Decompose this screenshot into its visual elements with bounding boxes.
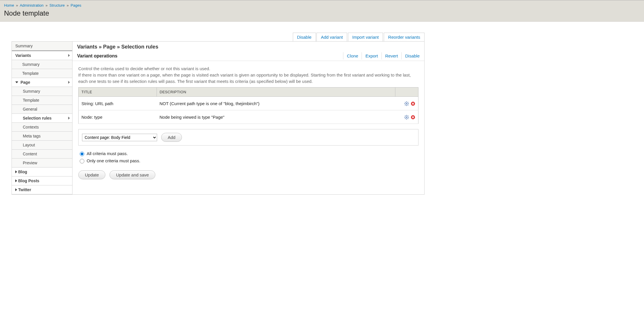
- table-row: String: URL path NOT (Current path type …: [79, 97, 418, 110]
- content-area: Variants » Page » Selection rules Varian…: [72, 42, 424, 194]
- page-header: Home » Administration » Structure » Page…: [0, 0, 644, 22]
- tab-add-variant[interactable]: Add variant: [317, 33, 347, 41]
- description-line-1: Control the criteria used to decide whet…: [78, 66, 418, 72]
- op-clone[interactable]: Clone: [343, 52, 362, 59]
- delete-icon[interactable]: [411, 115, 415, 120]
- sidebar-item-page-general[interactable]: General: [12, 105, 72, 114]
- sidebar-item-label: Twitter: [18, 187, 31, 192]
- svg-line-18: [407, 118, 408, 119]
- svg-line-19: [405, 118, 406, 119]
- sidebar-item-label: Blog: [18, 170, 27, 174]
- radio-one-pass[interactable]: [80, 159, 84, 163]
- description-line-2: If there is more than one variant on a p…: [78, 72, 418, 85]
- chevron-right-icon: [15, 188, 17, 191]
- update-save-button[interactable]: Update and save: [109, 170, 155, 179]
- svg-point-12: [406, 117, 407, 118]
- svg-line-6: [407, 105, 408, 105]
- variant-operations-links: Clone Export Revert Disable: [343, 52, 423, 59]
- content-breadcrumb: Variants » Page » Selection rules: [72, 42, 424, 51]
- svg-line-7: [405, 105, 406, 105]
- sidebar-item-page-content[interactable]: Content: [12, 150, 72, 159]
- sidebar-item-page[interactable]: Page: [12, 78, 72, 87]
- breadcrumb-sep: »: [45, 3, 47, 8]
- add-criteria-area: Content page: Body Field Add: [78, 129, 418, 146]
- breadcrumb-pages[interactable]: Pages: [71, 3, 81, 8]
- update-button[interactable]: Update: [78, 170, 105, 179]
- sidebar-item-variants-template[interactable]: Template: [12, 69, 72, 78]
- add-button[interactable]: Add: [161, 133, 182, 142]
- radio-all-pass[interactable]: [80, 152, 84, 156]
- op-revert[interactable]: Revert: [381, 52, 401, 59]
- sidebar-item-variants[interactable]: Variants: [12, 51, 72, 60]
- breadcrumb-home[interactable]: Home: [4, 3, 14, 8]
- sidebar-item-variants-summary[interactable]: Summary: [12, 60, 72, 69]
- sidebar-item-page-contexts[interactable]: Contexts: [12, 123, 72, 132]
- svg-line-8: [407, 102, 408, 103]
- variant-operations-bar: Variant operations Clone Export Revert D…: [72, 51, 424, 61]
- radio-all-pass-label: All criteria must pass.: [87, 151, 128, 156]
- rule-description: NOT (Current path type is one of "blog, …: [157, 97, 395, 110]
- col-title: TITLE: [79, 88, 157, 97]
- delete-icon[interactable]: [411, 101, 415, 106]
- sidebar-item-label: Blog Posts: [18, 178, 39, 183]
- svg-line-5: [405, 102, 406, 103]
- sidebar-item-page-preview[interactable]: Preview: [12, 159, 72, 168]
- chevron-right-icon: [68, 54, 70, 57]
- chevron-right-icon: [68, 81, 70, 84]
- sidebar-item-label: Selection rules: [23, 116, 52, 120]
- sidebar: Summary Variants Summary Template Page S…: [12, 42, 72, 194]
- svg-line-17: [405, 116, 406, 117]
- sidebar-item-label: Variants: [15, 53, 31, 58]
- breadcrumb: Home » Administration » Structure » Page…: [4, 3, 640, 8]
- description-text: Control the criteria used to decide whet…: [72, 61, 424, 87]
- page-title: Node template: [4, 9, 640, 17]
- criteria-select[interactable]: Content page: Body Field: [82, 134, 157, 141]
- rules-table: TITLE DESCRIPTION String: URL path NOT (…: [78, 87, 418, 124]
- sidebar-item-page-template[interactable]: Template: [12, 96, 72, 105]
- action-tabs: Disable Add variant Import variant Reord…: [12, 33, 425, 41]
- sidebar-item-page-meta-tags[interactable]: Meta tags: [12, 132, 72, 141]
- tab-import-variant[interactable]: Import variant: [348, 33, 383, 41]
- rule-title: Node: type: [79, 110, 157, 124]
- breadcrumb-structure[interactable]: Structure: [49, 3, 65, 8]
- logic-radio-group: All criteria must pass. Only one criteri…: [72, 146, 424, 166]
- form-actions: Update Update and save: [72, 166, 424, 186]
- chevron-right-icon: [68, 117, 70, 120]
- col-description: DESCRIPTION: [157, 88, 395, 97]
- col-actions: [395, 88, 418, 97]
- rule-description: Node being viewed is type "Page": [157, 110, 395, 124]
- svg-line-20: [407, 116, 408, 117]
- tab-disable[interactable]: Disable: [293, 33, 316, 41]
- sidebar-item-twitter[interactable]: Twitter: [12, 185, 72, 194]
- op-export[interactable]: Export: [362, 52, 381, 59]
- sidebar-item-summary[interactable]: Summary: [12, 42, 72, 51]
- sidebar-item-blog[interactable]: Blog: [12, 168, 72, 176]
- op-disable[interactable]: Disable: [401, 52, 423, 59]
- sidebar-item-page-selection-rules[interactable]: Selection rules: [12, 114, 72, 123]
- breadcrumb-sep: »: [16, 3, 18, 8]
- breadcrumb-sep: »: [67, 3, 69, 8]
- radio-one-pass-label: Only one criteria must pass.: [87, 158, 140, 163]
- gear-icon[interactable]: [404, 101, 409, 106]
- sidebar-item-page-layout[interactable]: Layout: [12, 141, 72, 150]
- rule-title: String: URL path: [79, 97, 157, 110]
- chevron-right-icon: [15, 179, 17, 182]
- sidebar-item-blog-posts[interactable]: Blog Posts: [12, 176, 72, 185]
- sidebar-item-page-summary[interactable]: Summary: [12, 87, 72, 96]
- table-row: Node: type Node being viewed is type "Pa…: [79, 110, 418, 124]
- variant-operations-title: Variant operations: [77, 53, 118, 59]
- breadcrumb-administration[interactable]: Administration: [20, 3, 43, 8]
- gear-icon[interactable]: [404, 115, 409, 120]
- tab-reorder-variants[interactable]: Reorder variants: [384, 33, 425, 41]
- svg-point-0: [406, 103, 407, 104]
- sidebar-item-label: Page: [21, 80, 30, 85]
- chevron-right-icon: [15, 170, 17, 173]
- chevron-down-icon: [15, 81, 18, 83]
